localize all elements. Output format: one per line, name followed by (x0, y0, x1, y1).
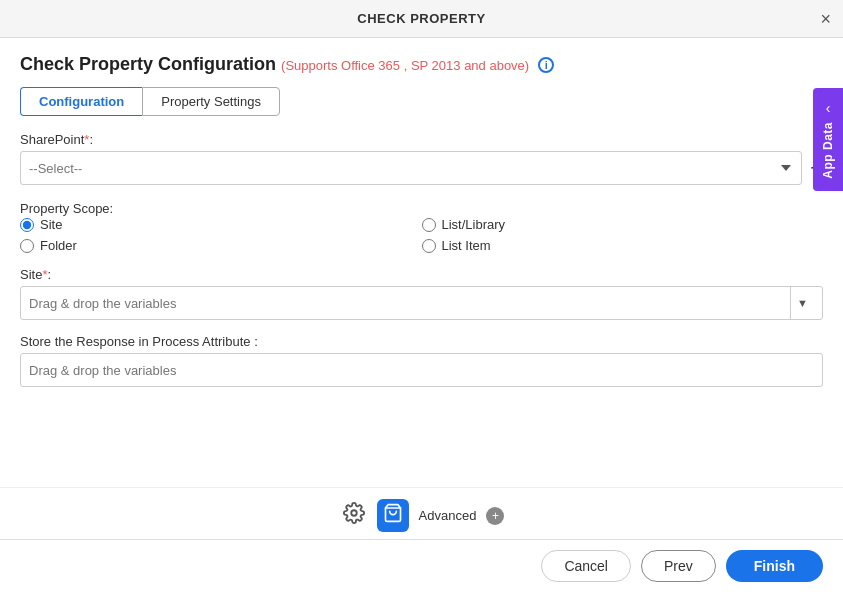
advanced-plus-icon[interactable]: + (486, 507, 504, 525)
site-label: Site*: (20, 267, 823, 282)
scope-site-radio[interactable] (20, 218, 34, 232)
modal-container: CHECK PROPERTY × ‹ App Data Check Proper… (0, 0, 843, 596)
sharepoint-label: SharePoint*: (20, 132, 823, 147)
sharepoint-field: SharePoint*: --Select-- + (20, 132, 823, 185)
scope-folder[interactable]: Folder (20, 238, 422, 253)
scope-section: Property Scope: Site List/Library Folder… (20, 199, 823, 253)
cancel-button[interactable]: Cancel (541, 550, 631, 582)
scope-grid: Site List/Library Folder List Item (20, 217, 823, 253)
prev-button[interactable]: Prev (641, 550, 716, 582)
store-input[interactable] (20, 353, 823, 387)
footer-actions: Cancel Prev Finish (0, 539, 843, 596)
page-title-note: (Supports Office 365 , SP 2013 and above… (281, 58, 529, 73)
tab-property-settings[interactable]: Property Settings (142, 87, 280, 116)
finish-button[interactable]: Finish (726, 550, 823, 582)
info-icon[interactable]: i (538, 57, 554, 73)
site-input[interactable] (29, 296, 790, 311)
site-input-wrapper: ▼ (20, 286, 823, 320)
tab-configuration[interactable]: Configuration (20, 87, 142, 116)
advanced-label: Advanced (419, 508, 477, 523)
close-button[interactable]: × (820, 10, 831, 28)
page-title: Check Property Configuration (Supports O… (20, 54, 554, 74)
scope-list-library[interactable]: List/Library (422, 217, 824, 232)
store-response-field: Store the Response in Process Attribute … (20, 334, 823, 387)
sharepoint-select[interactable]: --Select-- (20, 151, 802, 185)
site-field: Site*: ▼ (20, 267, 823, 320)
modal-header: CHECK PROPERTY × (0, 0, 843, 38)
app-data-sidebar[interactable]: ‹ App Data (813, 88, 843, 191)
scope-list-library-radio[interactable] (422, 218, 436, 232)
scope-label: Property Scope: (20, 201, 113, 216)
footer-icons-row: Advanced + (0, 487, 843, 539)
settings-icon-btn[interactable] (339, 498, 369, 533)
scope-site[interactable]: Site (20, 217, 422, 232)
chevron-icon: ‹ (826, 100, 831, 116)
modal-title: CHECK PROPERTY (357, 11, 485, 26)
cart-icon-btn[interactable] (377, 499, 409, 532)
modal-body: ‹ App Data Check Property Configuration … (0, 38, 843, 487)
store-label: Store the Response in Process Attribute … (20, 334, 823, 349)
app-data-label: App Data (821, 122, 835, 179)
sharepoint-select-wrapper: --Select-- + (20, 151, 823, 185)
scope-list-item[interactable]: List Item (422, 238, 824, 253)
tabs-row: Configuration Property Settings (20, 87, 823, 116)
svg-point-0 (351, 510, 357, 516)
site-dropdown-btn[interactable]: ▼ (790, 287, 814, 319)
scope-list-item-radio[interactable] (422, 239, 436, 253)
page-title-row: Check Property Configuration (Supports O… (20, 54, 823, 75)
scope-folder-radio[interactable] (20, 239, 34, 253)
